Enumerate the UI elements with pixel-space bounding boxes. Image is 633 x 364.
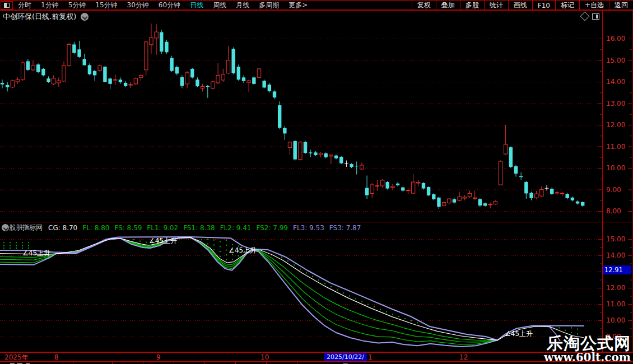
date-axis: 2025年 8910112 (0, 352, 633, 362)
indicator-value-FS2: FS2: 7.99 (256, 224, 288, 232)
candle-down (529, 193, 533, 198)
candle-down (524, 182, 528, 193)
candle-up (391, 186, 394, 188)
candle-up (221, 74, 225, 80)
candle-down (293, 141, 296, 160)
candle-down (175, 67, 179, 74)
indicator-value-FL2: FL2: 9.41 (220, 224, 252, 232)
candle-down (165, 42, 168, 52)
candle-down (386, 182, 389, 189)
candle-down (41, 69, 45, 76)
candle-up (201, 86, 204, 88)
indicator-upper-band (0, 237, 584, 340)
indicator-value-FL: FL: 8.80 (82, 224, 109, 232)
candle-up (494, 202, 497, 204)
chart-canvas[interactable] (0, 0, 633, 364)
candle-down (334, 156, 338, 158)
candle-up (406, 190, 409, 191)
indicator-name: 股朋指标网 (9, 223, 43, 232)
candle-down (278, 105, 281, 128)
candle-up (139, 75, 142, 77)
cursor-value-tag: 12.91 (603, 265, 631, 274)
indicator-chevron-icon[interactable] (2, 224, 9, 231)
month-label-8: 8 (54, 353, 59, 362)
price-axis-label: 13.00 (606, 100, 625, 108)
price-axis-label: 14.00 (606, 78, 625, 86)
candle-down (350, 164, 353, 167)
candle-down (550, 189, 553, 194)
cursor-date-tag: 2025/10/22/三 (324, 353, 367, 361)
candle-down (36, 64, 40, 72)
candle-down (273, 91, 276, 97)
candle-up (417, 183, 420, 183)
candle-down (88, 65, 91, 74)
candle-down (314, 152, 317, 155)
candle-up (62, 66, 66, 81)
watermark-cn: 乐淘公式网 (544, 335, 631, 352)
price-axis-label: 16.00 (606, 35, 625, 43)
candle-up (319, 153, 322, 155)
candle-down (453, 199, 456, 203)
candle-up (185, 73, 189, 84)
watermark-url: www.60lt.com (544, 352, 631, 363)
candle-down (396, 184, 399, 185)
candle-down (119, 80, 122, 82)
candle-up (448, 199, 451, 203)
candle-down (196, 80, 199, 86)
candle-down (83, 59, 86, 65)
price-axis-label: 9.00 (606, 186, 621, 194)
candle-up (57, 81, 60, 83)
year-label: 2025年 (4, 353, 29, 362)
candle-up (458, 197, 461, 200)
month-label-9: 9 (156, 353, 161, 362)
candle-down (437, 198, 440, 207)
price-axis-label: 12.00 (606, 121, 625, 129)
candle-down (483, 203, 487, 206)
candle-up (411, 182, 415, 193)
candle-up (114, 80, 117, 80)
candle-up (370, 185, 374, 193)
candle-down (252, 77, 255, 84)
candle-up (98, 66, 101, 71)
price-axis-label: 14.00 (606, 251, 625, 259)
indicator-header: 股朋指标网 CG: 8.70FL: 8.80FS: 8.59FL1: 9.02F… (0, 222, 602, 233)
price-axis-label: 11.00 (606, 143, 625, 151)
candle-down (242, 77, 245, 81)
candle-up (468, 193, 471, 197)
candle-up (134, 78, 137, 84)
candle-up (16, 80, 19, 82)
candle-down (355, 166, 359, 166)
indicator-value-FS: FS: 8.59 (114, 224, 142, 232)
candle-down (1, 83, 4, 85)
candle-down (237, 67, 240, 80)
candle-down (190, 69, 194, 77)
candle-down (339, 157, 343, 164)
candle-down (283, 128, 286, 133)
candle-up (560, 193, 564, 194)
candle-down (432, 194, 435, 199)
indicator-value-FS3: FS3: 7.87 (329, 224, 361, 232)
price-axis-label: 11.00 (606, 300, 625, 308)
candle-down (566, 194, 569, 198)
candle-down (46, 78, 50, 82)
price-axis-label: 8.00 (606, 207, 621, 215)
candle-down (93, 71, 96, 76)
candle-up (21, 63, 24, 80)
candle-down (108, 78, 111, 84)
candle-up (155, 32, 158, 38)
candle-up (555, 193, 558, 193)
candle-down (309, 152, 312, 153)
candle-down (6, 85, 9, 87)
candle-up (473, 198, 476, 199)
candle-down (160, 32, 163, 52)
indicator-mid-line (0, 237, 584, 340)
price-axis-label: 15.00 (606, 57, 625, 64)
candle-up (499, 161, 502, 185)
candle-down (262, 81, 266, 87)
candle-down (365, 188, 369, 195)
candle-up (211, 82, 215, 88)
candle-down (268, 85, 271, 91)
angle-45-rise-label: ∠45上升 (229, 247, 257, 254)
candle-up (540, 190, 543, 197)
candle-up (463, 197, 466, 198)
